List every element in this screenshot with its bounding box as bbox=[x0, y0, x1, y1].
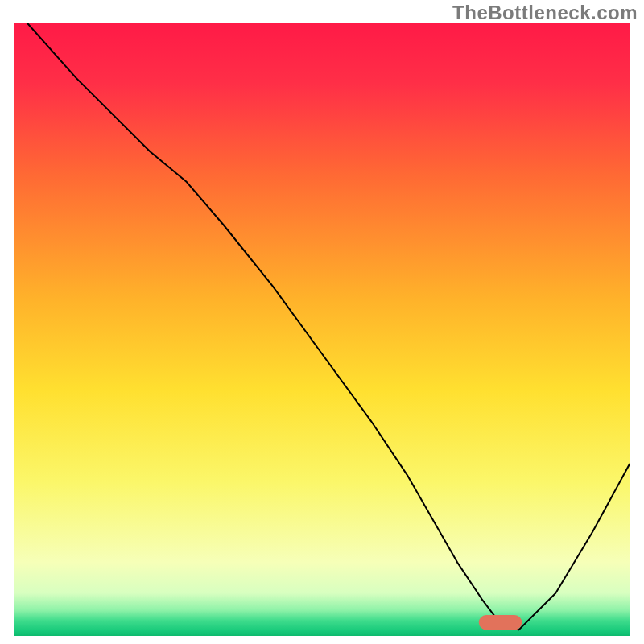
attribution-label: TheBottleneck.com bbox=[452, 2, 638, 24]
gradient-background bbox=[14, 23, 630, 636]
bottleneck-chart bbox=[14, 23, 630, 636]
optimal-range-marker bbox=[479, 615, 522, 630]
chart-svg bbox=[14, 23, 630, 636]
